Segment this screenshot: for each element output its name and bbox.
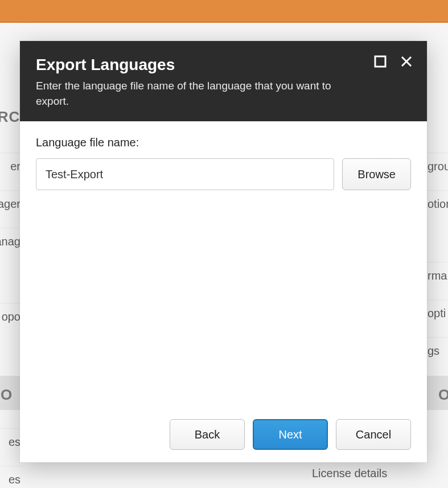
bg-item-left: es <box>0 466 23 488</box>
filename-label: Language file name: <box>36 136 411 149</box>
filename-row: Browse <box>36 158 411 190</box>
dialog-header: Export Languages Enter the language file… <box>20 41 427 121</box>
dialog-title: Export Languages <box>36 56 411 74</box>
dialog-footer: Back Next Cancel <box>20 407 427 462</box>
bg-item-left: er <box>0 153 23 179</box>
cancel-button[interactable]: Cancel <box>336 419 411 450</box>
license-details-link[interactable]: License details <box>312 467 387 480</box>
filename-input[interactable] <box>36 158 334 190</box>
export-languages-dialog: Export Languages Enter the language file… <box>20 41 427 462</box>
bg-item-left: es <box>0 428 23 454</box>
top-orange-bar <box>0 0 448 23</box>
back-button[interactable]: Back <box>170 419 245 450</box>
browse-button[interactable]: Browse <box>342 158 411 190</box>
bg-item-right: grou <box>425 153 448 179</box>
close-icon <box>400 55 413 68</box>
svg-rect-0 <box>375 56 385 67</box>
bg-item-left: anag <box>0 228 23 254</box>
bg-item-right: opti <box>425 300 448 326</box>
bg-item-right: rma <box>425 262 448 288</box>
dialog-subtitle: Enter the language file name of the lang… <box>36 79 355 109</box>
bg-heading-right: ON <box>438 386 448 404</box>
bg-item-left: opo <box>0 303 23 329</box>
dialog-body: Language file name: Browse <box>20 121 427 407</box>
bg-item-right: otion <box>425 190 448 216</box>
maximize-button[interactable] <box>373 55 387 68</box>
maximize-icon <box>374 55 387 68</box>
bg-heading-left-2: TIO <box>0 386 13 404</box>
close-button[interactable] <box>400 55 413 68</box>
bg-item-right: gs <box>425 337 448 363</box>
next-button[interactable]: Next <box>253 419 328 450</box>
bg-heading-left: ARC <box>0 108 20 126</box>
bg-item-left: ager <box>0 190 23 216</box>
window-controls <box>373 55 413 68</box>
